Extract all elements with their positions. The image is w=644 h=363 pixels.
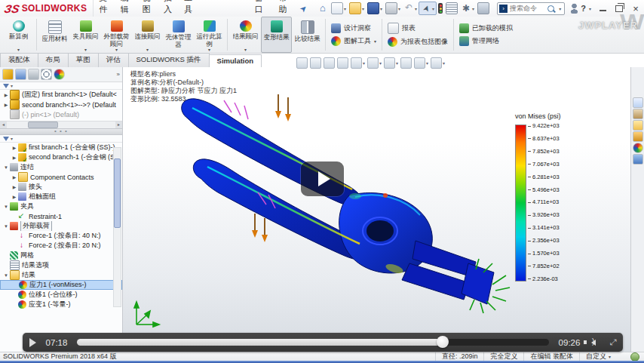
dropdown-caret-icon[interactable]: ▾ <box>363 60 365 66</box>
ribbon-report-button[interactable]: 报表 <box>388 23 448 34</box>
scroll-thumb[interactable] <box>28 122 58 128</box>
fm-display-icon[interactable] <box>54 69 65 80</box>
graphics-viewport[interactable]: ▾▾▾▾▾ 模型名称:pliers算例名称:分析(-Default-)图解类型:… <box>123 54 631 352</box>
tab-草图[interactable]: 草图 <box>68 53 99 67</box>
video-play-overlay-button[interactable] <box>301 162 344 196</box>
tree-item[interactable]: ▶second branch-1 (-合金钢 (SS) <box>0 152 122 162</box>
fm-assembly-icon[interactable] <box>2 69 14 80</box>
ribbon-run-study-button[interactable]: 运行此算例▾ <box>194 17 225 53</box>
tree-item[interactable]: ▼连结 <box>0 162 122 172</box>
previous-view-button[interactable] <box>324 57 335 69</box>
video-progress-bar[interactable] <box>77 339 549 346</box>
video-progress-handle[interactable] <box>437 336 449 348</box>
tree-item[interactable]: (-) pin<1> (Default) <box>0 109 122 119</box>
dropdown-caret-icon[interactable]: ▾ <box>115 48 118 52</box>
tree-expander-icon[interactable]: ▶ <box>11 155 18 160</box>
tree-item[interactable]: ▶second branch<1>-->? (Default <box>0 100 122 109</box>
list-button[interactable] <box>444 2 459 15</box>
dropdown-caret-icon[interactable]: ▾ <box>17 48 20 52</box>
ribbon-offloaded-simulation-button[interactable]: 已卸载的模拟 <box>459 23 513 33</box>
settings-gear-button[interactable]: ✱▾ <box>459 2 476 14</box>
edit-appearance-button[interactable] <box>400 57 412 69</box>
user-account-icon[interactable] <box>571 3 578 14</box>
dropdown-caret-icon[interactable]: ▾ <box>443 60 445 66</box>
fm-dimxpert-icon[interactable] <box>41 69 52 80</box>
pin-menu-icon[interactable]: ➤ <box>297 2 309 14</box>
tp-custom-properties-icon[interactable] <box>633 154 643 165</box>
simulation-tree-vscrollbar[interactable] <box>113 147 121 307</box>
dropdown-caret-icon[interactable]: ▾ <box>609 354 611 359</box>
tree-expander-icon[interactable]: ▼ <box>2 205 10 209</box>
tree-expander-icon[interactable]: ▶ <box>11 174 18 180</box>
save-button[interactable]: ▾ <box>366 2 384 15</box>
dropdown-caret-icon[interactable]: ▾ <box>426 60 428 66</box>
dropdown-caret-icon[interactable]: ▾ <box>415 6 417 11</box>
scroll-thumb[interactable] <box>114 158 121 228</box>
scroll-right-icon[interactable]: ► <box>115 122 122 128</box>
ribbon-fixtures-advisor-button[interactable]: 夹具顾问▾ <box>70 17 101 53</box>
help-dropdown-icon[interactable]: ▾ <box>589 6 591 11</box>
search-command-box[interactable]: › 搜索命令 ▾ <box>497 2 565 15</box>
dropdown-caret-icon[interactable]: ▾ <box>396 60 398 66</box>
tab-SOLIDWORKS 插件[interactable]: SOLIDWORKS 插件 <box>128 53 210 67</box>
tab-装配体[interactable]: 装配体 <box>0 53 38 67</box>
ribbon-deformed-result-button[interactable]: 变形结果 <box>261 17 292 53</box>
tp-view-palette-icon[interactable] <box>633 131 643 142</box>
tree-item[interactable]: Force-1 (:按条目: 40 N:) <box>0 231 122 241</box>
dropdown-caret-icon[interactable]: ▾ <box>472 6 474 11</box>
dropdown-caret-icon[interactable]: ▾ <box>380 6 382 11</box>
tree-item[interactable]: ▶相触面组 <box>0 192 122 201</box>
tree-expander-icon[interactable]: ▶ <box>2 102 10 107</box>
ribbon-external-loads-advisor-button[interactable]: 外部载荷顾问▾ <box>101 17 132 53</box>
dropdown-caret-icon[interactable]: ▾ <box>146 48 149 52</box>
ribbon-connections-advisor-button[interactable]: 连接顾问▾ <box>132 17 163 53</box>
print-button[interactable]: ▾ <box>384 2 402 15</box>
view-settings-button[interactable]: ▾ <box>431 57 445 69</box>
search-input[interactable]: 搜索命令 <box>510 4 547 14</box>
ribbon-design-insight-button[interactable]: 设计洞察 <box>331 23 376 33</box>
fm-config-icon[interactable] <box>28 69 39 80</box>
panel-expand-icon[interactable]: » <box>117 71 120 78</box>
tp-design-library-icon[interactable] <box>633 109 643 119</box>
dropdown-caret-icon[interactable]: ▾ <box>362 6 364 11</box>
dropdown-caret-icon[interactable]: ▾ <box>432 6 434 11</box>
home-button[interactable]: ⌂ <box>316 2 330 14</box>
tab-Simulation[interactable]: Simulation <box>209 54 262 67</box>
dropdown-caret-icon[interactable]: ▾ <box>84 48 87 52</box>
open-button[interactable]: ▾ <box>348 2 366 15</box>
tree-item[interactable]: ▶first branch-1 (-合金钢 (SS)-) <box>0 143 122 152</box>
simulation-tree-filter[interactable]: ▾ <box>0 135 122 143</box>
panel-splitter[interactable]: • • • <box>0 128 122 135</box>
addins-button[interactable] <box>476 2 491 15</box>
ribbon-shell-manager-button[interactable]: 壳体管理器 <box>163 17 194 53</box>
tp-file-explorer-icon[interactable] <box>633 120 643 131</box>
scroll-left-icon[interactable]: ◄ <box>0 122 7 128</box>
display-style-button[interactable]: ▾ <box>367 57 382 69</box>
ribbon-plot-tools-button[interactable]: 图解工具▾ <box>331 36 376 46</box>
tree-item[interactable]: 应力1 (-vonMises-) <box>0 280 122 290</box>
ribbon-compare-results-button[interactable]: 比较结果 <box>292 17 323 53</box>
ribbon-manage-network-button[interactable]: 管理网络 <box>459 36 513 46</box>
tree-item[interactable]: ▶(固定) first branch<1> (Default< <box>0 90 122 100</box>
hide-show-items-button[interactable]: ▾ <box>384 57 398 69</box>
options-traffic-button[interactable] <box>437 2 444 14</box>
dropdown-caret-icon[interactable]: ▾ <box>208 48 210 52</box>
video-play-button[interactable] <box>23 338 42 347</box>
dropdown-caret-icon[interactable]: ▾ <box>244 48 247 52</box>
undo-button[interactable]: ↶▾ <box>402 2 419 14</box>
tree-expander-icon[interactable]: ▶ <box>11 184 18 189</box>
tree-item[interactable]: Restraint-1 <box>0 211 122 221</box>
view-orientation-button[interactable]: ▾ <box>351 57 365 69</box>
tree-item[interactable]: ▶接头 <box>0 182 122 192</box>
ribbon-include-image-report-button[interactable]: 为报表包括图像 <box>388 37 448 47</box>
tree-expander-icon[interactable]: ▶ <box>11 194 18 199</box>
dropdown-caret-icon[interactable]: ▾ <box>398 6 400 11</box>
minimize-button[interactable] <box>594 0 611 17</box>
ribbon-new-study-button[interactable]: 新算例▾ <box>3 17 34 53</box>
ribbon-results-advisor-button[interactable]: 结果顾问▾ <box>230 17 261 53</box>
volume-button[interactable] <box>584 340 603 346</box>
tree-expander-icon[interactable]: ▶ <box>11 145 18 150</box>
zoom-area-button[interactable] <box>310 57 321 69</box>
zoom-fit-button[interactable] <box>296 57 308 69</box>
dropdown-caret-icon[interactable]: ▾ <box>379 60 382 66</box>
